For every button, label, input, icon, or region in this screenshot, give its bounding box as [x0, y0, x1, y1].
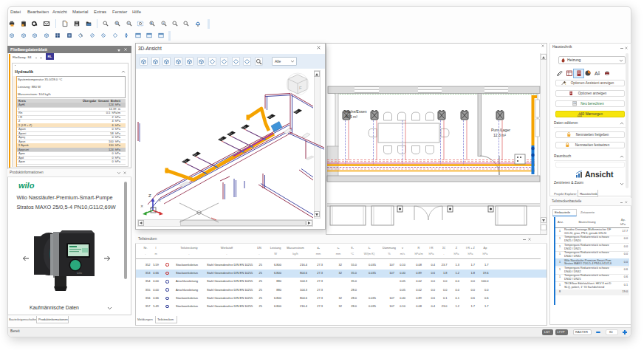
svg-text:Pum./Lager: Pum./Lager	[491, 128, 510, 132]
svg-text:40,5 m²: 40,5 m²	[345, 114, 357, 119]
svg-text:✕: ✕	[140, 204, 143, 208]
svg-text:wilo: wilo	[77, 271, 83, 275]
svg-text:12,3 m²: 12,3 m²	[493, 133, 506, 137]
svg-text:F: F	[299, 86, 302, 90]
svg-text:Z: Z	[148, 193, 151, 198]
svg-text:Küche/Essen: Küche/Essen	[345, 109, 367, 114]
svg-text:✕: ✕	[158, 198, 161, 202]
svg-text:A: A	[595, 71, 598, 76]
